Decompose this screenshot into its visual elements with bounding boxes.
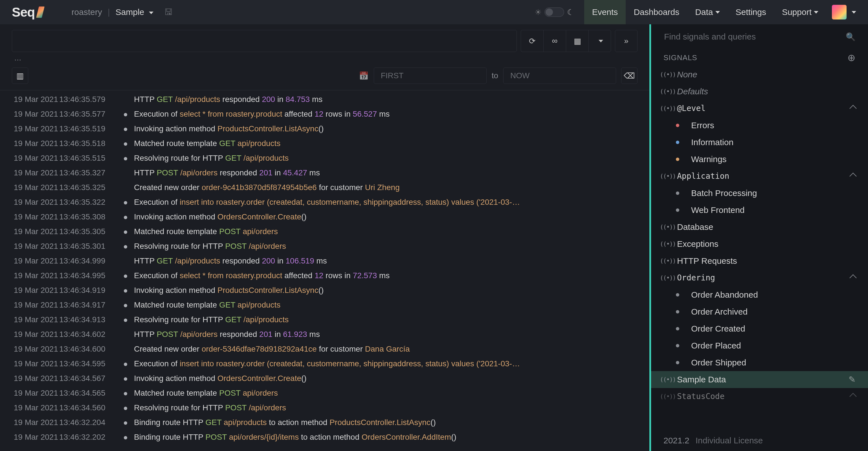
- breadcrumb-project[interactable]: Sample: [116, 7, 153, 17]
- signal-item[interactable]: Database: [651, 219, 868, 235]
- signal-item[interactable]: Order Archived: [651, 303, 868, 320]
- event-time: 13:46:35.577: [59, 107, 117, 121]
- token-plain: (): [318, 286, 324, 294]
- event-row[interactable]: 19 Mar 202113:46:34.919Invoking action m…: [0, 283, 649, 298]
- event-row[interactable]: 19 Mar 202113:46:34.913Resolving route f…: [0, 312, 649, 327]
- nav-tab-events[interactable]: Events: [584, 0, 626, 24]
- signal-label: Errors: [691, 119, 714, 132]
- clear-range-button[interactable]: ⌫: [621, 67, 638, 84]
- event-row[interactable]: 19 Mar 202113:46:34.917Matched route tem…: [0, 298, 649, 312]
- nav-tab-data[interactable]: Data: [687, 0, 727, 24]
- app-logo[interactable]: Seq: [12, 4, 43, 20]
- user-menu[interactable]: [832, 5, 856, 20]
- signal-item[interactable]: Information: [651, 134, 868, 151]
- broadcast-icon: [663, 240, 672, 248]
- signal-item[interactable]: Batch Processing: [651, 185, 868, 202]
- signal-item[interactable]: Order Shipped: [651, 354, 868, 371]
- query-bar: ⟳ ∞ ▦ »: [0, 24, 649, 53]
- signal-item[interactable]: Warnings: [651, 151, 868, 168]
- histogram-toggle[interactable]: ▥: [12, 67, 28, 84]
- nav-tab-settings[interactable]: Settings: [728, 0, 774, 24]
- event-row[interactable]: 19 Mar 202113:46:35.515Resolving route f…: [0, 151, 649, 166]
- event-message: Matched route template POST api/orders: [134, 225, 649, 238]
- range-to-placeholder: NOW: [510, 71, 529, 80]
- theme-toggle[interactable]: ☀ ☾: [534, 7, 574, 17]
- token-orange: Uri Zheng: [365, 183, 400, 192]
- theme-switch-track[interactable]: [545, 7, 564, 17]
- search-icon[interactable]: 🔍: [846, 32, 856, 41]
- event-row[interactable]: 19 Mar 202113:46:32.202Binding route HTT…: [0, 430, 649, 445]
- signal-item[interactable]: HTTP Requests: [651, 252, 868, 270]
- event-row[interactable]: 19 Mar 202113:46:34.602HTTP POST /api/or…: [0, 327, 649, 342]
- event-row[interactable]: 19 Mar 202113:46:35.308Invoking action m…: [0, 209, 649, 224]
- edit-icon[interactable]: ✎: [848, 373, 856, 386]
- signals-search-input[interactable]: [663, 32, 841, 42]
- breadcrumb-workspace[interactable]: roastery: [71, 7, 102, 17]
- more-button[interactable]: »: [615, 30, 638, 52]
- token-plain: ms: [377, 110, 390, 118]
- signal-item[interactable]: None: [651, 66, 868, 83]
- event-row[interactable]: 19 Mar 202113:46:35.325Created new order…: [0, 180, 649, 195]
- tail-button[interactable]: ∞: [543, 30, 566, 52]
- signal-item[interactable]: Exceptions: [651, 235, 868, 252]
- event-row[interactable]: 19 Mar 202113:46:35.305Matched route tem…: [0, 224, 649, 239]
- token-plain: in: [273, 168, 283, 177]
- signal-item[interactable]: Ordering: [651, 270, 868, 286]
- event-message: Invoking action method OrdersController.…: [134, 371, 649, 386]
- token-plain: Execution of: [134, 198, 180, 206]
- event-level-indicator: [117, 371, 134, 386]
- expand-menu-button[interactable]: [588, 30, 611, 52]
- signal-item[interactable]: Sample Data✎: [651, 371, 868, 388]
- event-row[interactable]: 19 Mar 202113:46:35.518Matched route tem…: [0, 136, 649, 151]
- token-plain: responded: [220, 95, 262, 104]
- event-row[interactable]: 19 Mar 202113:46:34.565Matched route tem…: [0, 386, 649, 400]
- event-message: Invoking action method ProductsControlle…: [134, 283, 649, 298]
- signal-item[interactable]: @Level: [651, 100, 868, 117]
- refresh-button[interactable]: ⟳: [521, 30, 543, 52]
- range-from-input[interactable]: FIRST: [374, 67, 487, 84]
- event-row[interactable]: 19 Mar 202113:46:34.595Execution of inse…: [0, 357, 649, 371]
- signal-item[interactable]: Order Placed: [651, 337, 868, 354]
- token-green: POST: [219, 227, 241, 236]
- dot-icon: [124, 407, 127, 410]
- event-row[interactable]: 19 Mar 202113:46:34.999HTTP GET /api/pro…: [0, 254, 649, 268]
- event-row[interactable]: 19 Mar 202113:46:35.322Execution of inse…: [0, 195, 649, 209]
- range-to-input[interactable]: NOW: [503, 67, 616, 84]
- signal-item[interactable]: Application: [651, 168, 868, 185]
- calendar-icon[interactable]: 📅: [359, 71, 369, 81]
- event-row[interactable]: 19 Mar 202113:46:35.577Execution of sele…: [0, 107, 649, 121]
- signal-item[interactable]: Web Frontend: [651, 202, 868, 219]
- signal-item[interactable]: Defaults: [651, 83, 868, 100]
- signal-item[interactable]: Order Abandoned: [651, 286, 868, 303]
- nav-tab-support[interactable]: Support: [774, 0, 826, 24]
- nav-tab-dashboards[interactable]: Dashboards: [626, 0, 687, 24]
- add-signal-button[interactable]: ⊕: [847, 52, 856, 63]
- bullet-icon: [676, 192, 679, 195]
- chevron-down-icon: [851, 11, 856, 13]
- event-row[interactable]: 19 Mar 202113:46:35.327HTTP POST /api/or…: [0, 166, 649, 180]
- signal-item[interactable]: Order Created: [651, 320, 868, 337]
- event-row[interactable]: 19 Mar 202113:46:34.995Execution of sele…: [0, 268, 649, 283]
- signal-label: Exceptions: [677, 237, 718, 251]
- event-time: 13:46:34.913: [59, 313, 117, 327]
- query-input[interactable]: [12, 30, 517, 52]
- token-plain: [227, 433, 229, 442]
- token-plain: responded: [220, 256, 262, 265]
- event-date: 19 Mar 2021: [0, 371, 59, 386]
- events-list[interactable]: 19 Mar 202113:46:35.579HTTP GET /api/pro…: [0, 90, 649, 451]
- signal-item[interactable]: Errors: [651, 117, 868, 134]
- event-row[interactable]: 19 Mar 202113:46:35.519Invoking action m…: [0, 121, 649, 136]
- event-row[interactable]: 19 Mar 202113:46:34.600Created new order…: [0, 342, 649, 357]
- token-plain: in: [275, 95, 285, 104]
- save-icon[interactable]: 🖫: [164, 7, 173, 17]
- view-mode-button[interactable]: ▦: [566, 30, 588, 52]
- signal-item[interactable]: StatusCode: [651, 388, 868, 405]
- signal-label: HTTP Requests: [677, 254, 737, 268]
- event-row[interactable]: 19 Mar 202113:46:35.301Resolving route f…: [0, 239, 649, 254]
- event-row[interactable]: 19 Mar 202113:46:34.567Invoking action m…: [0, 371, 649, 386]
- event-row[interactable]: 19 Mar 202113:46:35.579HTTP GET /api/pro…: [0, 92, 649, 107]
- event-row[interactable]: 19 Mar 202113:46:32.204Binding route HTT…: [0, 415, 649, 430]
- event-date: 19 Mar 2021: [0, 342, 59, 356]
- event-row[interactable]: 19 Mar 202113:46:34.560Resolving route f…: [0, 400, 649, 415]
- broadcast-icon: [663, 223, 672, 231]
